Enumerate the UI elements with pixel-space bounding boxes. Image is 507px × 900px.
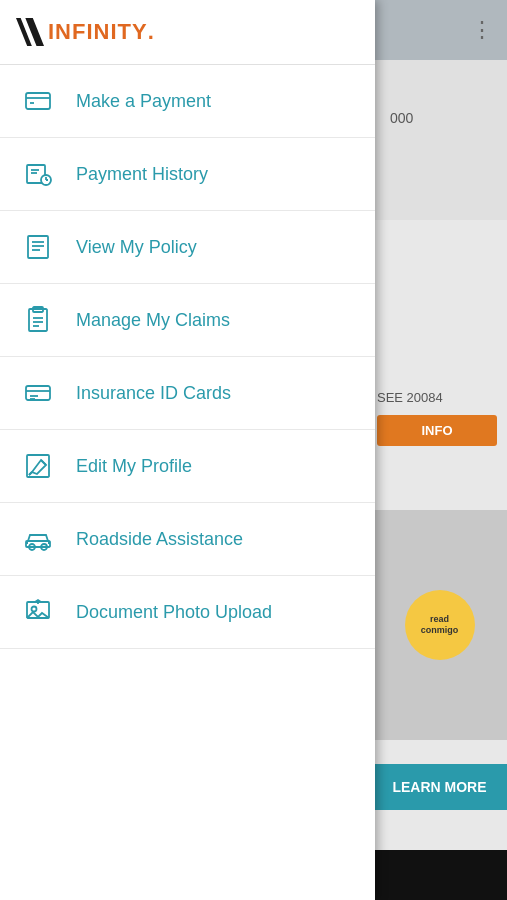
policy-icon bbox=[20, 229, 56, 265]
edit-icon bbox=[20, 448, 56, 484]
sidebar-item-document-upload[interactable]: Document Photo Upload bbox=[0, 576, 375, 649]
svg-point-34 bbox=[32, 607, 37, 612]
upload-icon bbox=[20, 594, 56, 630]
sidebar-item-label-roadside-assistance: Roadside Assistance bbox=[76, 529, 243, 550]
sidebar-item-edit-profile[interactable]: Edit My Profile bbox=[0, 430, 375, 503]
read-badge: read conmigo bbox=[405, 590, 475, 660]
sidebar-item-insurance-id-cards[interactable]: Insurance ID Cards bbox=[0, 357, 375, 430]
logo-dot: . bbox=[148, 19, 154, 45]
logo-text: INFINITY bbox=[48, 19, 148, 45]
sidebar-item-label-edit-profile: Edit My Profile bbox=[76, 456, 192, 477]
sidebar-item-label-view-policy: View My Policy bbox=[76, 237, 197, 258]
sidebar-item-label-manage-claims: Manage My Claims bbox=[76, 310, 230, 331]
claims-icon bbox=[20, 302, 56, 338]
sidebar-item-label-insurance-id-cards: Insurance ID Cards bbox=[76, 383, 231, 404]
sidebar-item-roadside-assistance[interactable]: Roadside Assistance bbox=[0, 503, 375, 576]
promotional-image: read conmigo bbox=[372, 510, 507, 740]
id-card-icon bbox=[20, 375, 56, 411]
sidebar-item-manage-claims[interactable]: Manage My Claims bbox=[0, 284, 375, 357]
car-icon bbox=[20, 521, 56, 557]
account-number: 000 bbox=[390, 110, 492, 126]
sidebar-item-label-make-payment: Make a Payment bbox=[76, 91, 211, 112]
sidebar-item-label-payment-history: Payment History bbox=[76, 164, 208, 185]
history-icon bbox=[20, 156, 56, 192]
svg-rect-20 bbox=[26, 386, 50, 400]
drawer-header: INFINITY. bbox=[0, 0, 375, 65]
sidebar-item-label-document-upload: Document Photo Upload bbox=[76, 602, 272, 623]
sidebar-item-view-policy[interactable]: View My Policy bbox=[0, 211, 375, 284]
middle-section: SEE 20084 INFO bbox=[367, 380, 507, 456]
three-dots-menu[interactable]: ⋮ bbox=[471, 17, 495, 43]
payment-icon bbox=[20, 83, 56, 119]
svg-line-27 bbox=[29, 472, 32, 475]
svg-rect-11 bbox=[28, 236, 48, 258]
learn-more-button[interactable]: LEARN MORE bbox=[372, 764, 507, 810]
see-text: SEE 20084 bbox=[377, 390, 497, 405]
info-button[interactable]: INFO bbox=[377, 415, 497, 446]
navigation-drawer: INFINITY. Make a Payment bbox=[0, 0, 375, 900]
sidebar-item-make-payment[interactable]: Make a Payment bbox=[0, 65, 375, 138]
sidebar-item-payment-history[interactable]: Payment History bbox=[0, 138, 375, 211]
logo-icon bbox=[16, 18, 44, 46]
menu-list: Make a Payment Payment History bbox=[0, 65, 375, 850]
drawer-footer bbox=[0, 850, 375, 900]
svg-rect-2 bbox=[26, 93, 50, 109]
logo: INFINITY. bbox=[16, 18, 154, 46]
